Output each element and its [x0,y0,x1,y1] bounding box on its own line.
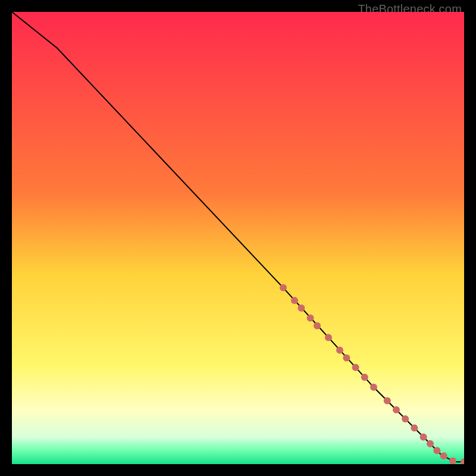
highlight-marker [298,305,305,312]
highlight-marker [433,447,440,454]
highlight-marker [280,284,287,292]
highlight-marker [361,374,368,381]
chart-svg [12,12,464,464]
highlight-marker [352,364,359,371]
highlight-marker [440,452,447,459]
highlight-marker [393,406,400,414]
highlight-marker [325,334,332,341]
highlight-marker [336,347,343,354]
highlight-marker [307,315,314,322]
highlight-marker [427,440,434,447]
gradient-background [12,12,464,464]
highlight-marker [402,415,409,422]
highlight-marker [384,397,391,405]
highlight-marker [343,354,350,361]
highlight-marker [420,433,427,440]
highlight-marker [370,384,377,391]
chart-area [12,12,464,464]
highlight-marker [291,297,298,304]
highlight-marker [314,322,321,329]
highlight-marker [411,424,418,431]
